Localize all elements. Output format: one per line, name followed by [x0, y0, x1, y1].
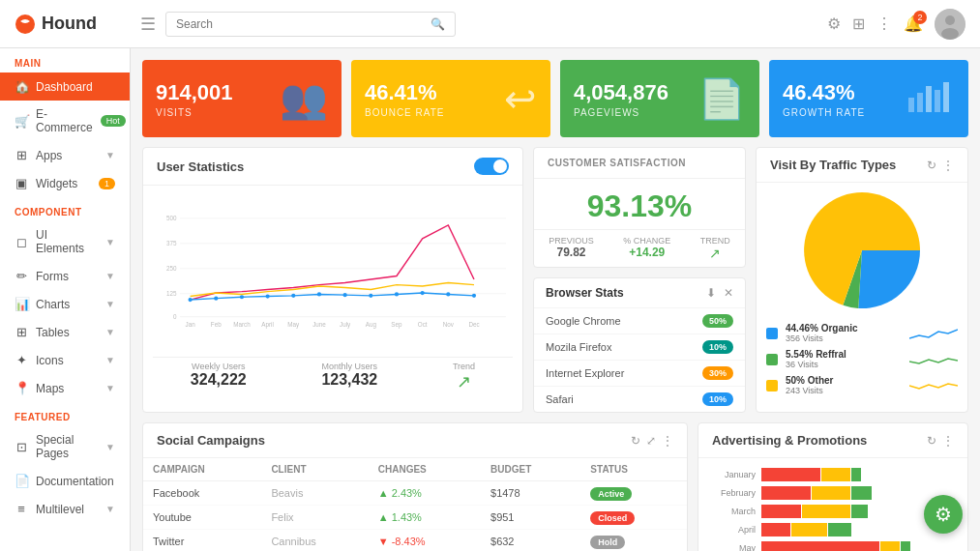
svg-point-32	[214, 297, 218, 301]
gear-icon[interactable]: ⚙	[827, 14, 841, 33]
maps-icon: 📍	[15, 381, 28, 395]
search-box[interactable]: 🔍	[165, 12, 456, 37]
adv-title: Advertising & Promotions	[712, 433, 867, 448]
csat-trend: Trend ↗	[700, 236, 730, 261]
refresh-icon3[interactable]: ↻	[927, 434, 936, 448]
avatar[interactable]	[935, 9, 965, 40]
adv-header: Advertising & Promotions ↻ ⋮	[698, 423, 967, 458]
more-icon2[interactable]: ⋮	[662, 434, 673, 448]
sidebar-item-widgets[interactable]: ▣ Widgets 1	[0, 169, 130, 197]
sidebar-item-apps[interactable]: ⊞ Apps ▼	[0, 141, 130, 169]
svg-point-33	[240, 295, 244, 299]
budget-cell: $1478	[481, 481, 580, 506]
adv-bar-row: January	[708, 468, 958, 481]
svg-point-0	[15, 14, 35, 34]
svg-text:March: March	[233, 321, 251, 328]
grid-icon[interactable]: ⊞	[852, 14, 865, 33]
change-cell: ▲ 2.43%	[369, 481, 481, 506]
csat-percentage: 93.13%	[534, 179, 745, 229]
maps-arrow: ▼	[105, 383, 115, 393]
svg-point-3	[941, 28, 959, 40]
svg-text:April: April	[261, 321, 274, 329]
tables-arrow: ▼	[105, 327, 115, 337]
sidebar-item-icons[interactable]: ✦ Icons ▼	[0, 346, 130, 374]
hamburger-icon[interactable]: ☰	[140, 14, 156, 35]
sidebar-label-multilevel: Multilevel	[36, 503, 84, 516]
social-icons: ↻ ⤢ ⋮	[631, 434, 673, 448]
toggle-switch[interactable]	[474, 158, 509, 175]
user-stats-chart: 500 375 250 125 0 Jan Feb March April Ma…	[153, 195, 513, 350]
pageviews-text: 4,054,876 PAGEVIEWS	[574, 80, 668, 118]
bounce-label: BOUNCE RATE	[365, 107, 445, 118]
adv-bar-row: March	[708, 505, 958, 518]
stat-card-visits: 914,001 VISITS 👥	[142, 60, 342, 137]
trend-arrow: ↗	[453, 371, 475, 392]
csat-previous: Previous 79.82	[549, 236, 594, 261]
visits-text: 914,001 VISITS	[156, 80, 233, 118]
social-campaigns-header: Social Campaigns ↻ ⤢ ⋮	[143, 423, 687, 458]
svg-text:May: May	[287, 321, 300, 329]
browser-stats-header: Browser Stats ⬇ ✕	[534, 278, 745, 307]
campaign-cell: Facebook	[143, 481, 261, 506]
table-header: CAMPAIGN CLIENT CHANGES BUDGET STATUS	[143, 458, 687, 481]
notif-badge: 2	[913, 11, 927, 24]
ecommerce-icon: 🛒	[15, 114, 28, 129]
refresh-icon[interactable]: ↻	[927, 159, 936, 172]
top-right-icons: ⚙ ⊞ ⋮ 🔔 2	[827, 9, 965, 40]
bar-segment	[851, 505, 867, 518]
social-campaigns-panel: Social Campaigns ↻ ⤢ ⋮ CAMPAIGN CLIENT	[142, 422, 688, 551]
svg-point-41	[446, 292, 450, 296]
svg-text:July: July	[340, 321, 351, 329]
more-icon[interactable]: ⋮	[942, 159, 954, 172]
sidebar-item-documentation[interactable]: 📄 Documentation	[0, 467, 130, 495]
svg-rect-7	[935, 90, 940, 112]
expand-icon[interactable]: ⤢	[646, 434, 656, 448]
sidebar-item-maps[interactable]: 📍 Maps ▼	[0, 374, 130, 402]
bar-track	[761, 541, 958, 551]
bounce-value: 46.41%	[365, 80, 445, 105]
svg-point-34	[266, 294, 270, 298]
sidebar-item-ui-elements[interactable]: ◻ UI Elements ▼	[0, 221, 130, 262]
close-icon[interactable]: ✕	[724, 286, 733, 300]
sidebar-section-component: COMPONENT	[0, 197, 130, 221]
pageviews-label: PAGEVIEWS	[574, 107, 668, 118]
refresh-icon2[interactable]: ↻	[631, 434, 640, 448]
sidebar-item-multilevel[interactable]: ≡ Multilevel ▼	[0, 495, 130, 523]
pageviews-icon: 📄	[698, 76, 746, 122]
svg-text:Dec: Dec	[468, 321, 479, 328]
sidebar-item-dashboard[interactable]: 🏠 Dashboard	[0, 72, 130, 101]
search-input[interactable]	[176, 17, 426, 31]
browser-stats-icons: ⬇ ✕	[706, 286, 733, 300]
sidebar-item-charts[interactable]: 📊 Charts ▼	[0, 290, 130, 318]
ui-icon: ◻	[15, 235, 28, 249]
browser-row-ie: Internet Explorer 30%	[534, 360, 745, 386]
organic-pct: 44.46%	[786, 323, 818, 334]
growth-value: 46.43%	[783, 80, 865, 105]
svg-text:Nov: Nov	[443, 321, 455, 328]
status-cell: Closed	[580, 506, 687, 530]
safari-label: Safari	[546, 393, 702, 405]
table-row: Facebook Beavis ▲ 2.43% $1478 Active	[143, 481, 687, 506]
bell-icon[interactable]: 🔔 2	[904, 14, 923, 33]
bar-track	[761, 486, 958, 500]
download-icon[interactable]: ⬇	[706, 286, 716, 300]
sidebar-label-apps: Apps	[36, 149, 62, 162]
sidebar-item-ecommerce[interactable]: 🛒 E-Commerce Hot	[0, 101, 130, 141]
more-vert-icon[interactable]: ⋮	[876, 14, 892, 33]
other-color	[766, 380, 778, 392]
avatar-img	[935, 9, 965, 40]
more-icon3[interactable]: ⋮	[942, 434, 954, 448]
sidebar-item-special-pages[interactable]: ⊡ Special Pages ▼	[0, 426, 130, 467]
other-sparkline	[909, 376, 958, 395]
sidebar-label-documentation: Documentation	[36, 475, 114, 488]
charts-arrow: ▼	[105, 299, 115, 309]
legend-other: 50% Other 243 Visits	[766, 375, 958, 395]
svg-rect-6	[926, 86, 932, 112]
svg-point-2	[945, 15, 955, 25]
sidebar-item-forms[interactable]: ✏ Forms ▼	[0, 262, 130, 290]
icons-icon: ✦	[15, 353, 28, 367]
fab-button[interactable]: ⚙	[924, 495, 963, 534]
bar-segment	[828, 523, 851, 536]
sidebar-label-charts: Charts	[36, 298, 70, 311]
sidebar-item-tables[interactable]: ⊞ Tables ▼	[0, 318, 130, 346]
